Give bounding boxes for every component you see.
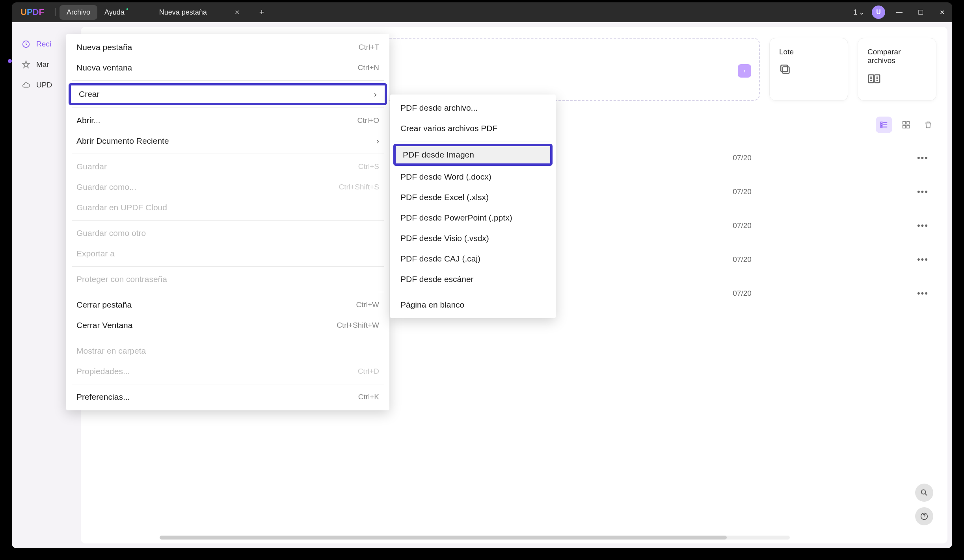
menu-shortcut: Ctrl+K [358,393,379,401]
more-icon[interactable]: ••• [917,221,929,231]
menu-item-label: Exportar a [76,249,115,258]
submenu-item[interactable]: PDF desde Word (.docx) [390,167,556,187]
card-lote[interactable]: Lote [769,38,848,101]
submenu-item[interactable]: Página en blanco [390,295,556,315]
more-icon[interactable]: ••• [917,187,929,197]
sidebar-recent-label: Reci [36,40,51,48]
menu-item[interactable]: Crear› [69,83,387,105]
submenu-item[interactable]: Crear varios archivos PDF [390,118,556,139]
svg-rect-11 [907,126,909,128]
cloud-icon [21,80,31,90]
menu-item-label: Abrir Dcumento Reciente [76,136,169,146]
submenu-item-label: PDF desde PowerPoint (.pptx) [400,213,512,223]
menu-item[interactable]: Cerrar pestañaCtrl+W [66,295,389,315]
menu-separator [396,292,550,292]
menu-item[interactable]: Abrir...Ctrl+O [66,110,389,131]
menu-item-label: Guardar como otro [76,228,146,238]
submenu-item-label: PDF desde Word (.docx) [400,172,491,182]
svg-rect-5 [881,122,882,124]
menu-ayuda[interactable]: Ayuda● [97,5,132,20]
menu-item-label: Guardar [76,162,107,171]
submenu-item[interactable]: PDF desde Visio (.vsdx) [390,228,556,248]
more-icon[interactable]: ••• [917,153,929,163]
submenu-item-label: PDF desde Imagen [403,150,474,159]
svg-rect-8 [903,122,905,124]
file-dropdown-menu: Nueva pestañaCtrl+TNueva ventanaCtrl+NCr… [66,34,389,410]
menu-item[interactable]: Preferencias...Ctrl+K [66,387,389,407]
menu-archivo[interactable]: Archivo [60,5,97,20]
file-date: 07/20 [733,221,752,230]
expand-arrow-icon[interactable]: › [738,64,751,78]
menu-item[interactable]: Nueva pestañaCtrl+T [66,37,389,57]
list-view-button[interactable] [876,117,892,133]
minimize-button[interactable]: — [892,5,906,19]
card-comparar[interactable]: Comparar archivos [858,38,936,101]
svg-rect-9 [907,122,909,124]
menu-shortcut: Ctrl+S [358,162,379,171]
grid-view-button[interactable] [898,117,914,133]
menu-shortcut: Ctrl+Shift+S [339,183,379,191]
svg-point-12 [921,490,926,494]
star-icon [21,60,31,69]
svg-rect-7 [881,126,882,128]
search-fab[interactable] [915,484,933,502]
horizontal-scrollbar[interactable] [160,536,790,540]
menu-item-label: Propiedades... [76,367,130,376]
menu-separator [396,141,550,141]
menu-item[interactable]: Nueva ventanaCtrl+N [66,57,389,78]
submenu-item[interactable]: PDF desde archivo... [390,98,556,118]
close-window-button[interactable]: ✕ [935,5,949,19]
close-tab-icon[interactable]: ✕ [234,9,240,16]
help-fab[interactable] [915,507,933,525]
sidebar-marked-label: Mar [36,60,49,69]
submenu-item-label: Crear varios archivos PDF [400,124,497,133]
menu-shortcut: Ctrl+D [358,367,379,376]
clock-icon [21,39,31,49]
menu-item-label: Guardar como... [76,182,136,192]
submenu-item-label: Página en blanco [400,300,464,310]
menu-item-label: Mostrar en carpeta [76,346,146,356]
submenu-item-label: PDF desde escáner [400,274,474,284]
menu-item-label: Nueva ventana [76,63,132,72]
submenu-item-label: PDF desde Excel (.xlsx) [400,193,489,202]
submenu-item[interactable]: PDF desde escáner [390,269,556,289]
more-icon[interactable]: ••• [917,288,929,299]
menu-shortcut: Ctrl+N [358,63,379,72]
maximize-button[interactable]: ☐ [914,5,928,19]
tab-nueva-pestana[interactable]: Nueva pestaña ✕ [151,2,248,22]
svg-rect-6 [881,124,882,126]
file-date: 07/20 [733,154,752,162]
sidebar-cloud-label: UPD [36,81,52,89]
menu-item-label: Cerrar Ventana [76,321,132,330]
menu-shortcut: Ctrl+O [357,116,379,125]
more-icon[interactable]: ••• [917,254,929,265]
submenu-item[interactable]: PDF desde Excel (.xlsx) [390,187,556,208]
menu-item-label: Abrir... [76,116,100,125]
submenu-item[interactable]: PDF desde CAJ (.caj) [390,248,556,269]
menu-item[interactable]: Cerrar VentanaCtrl+Shift+W [66,315,389,336]
menu-item-label: Preferencias... [76,392,130,402]
menu-shortcut: Ctrl+W [356,300,379,309]
submenu-item[interactable]: PDF desde Imagen [393,144,553,166]
user-avatar[interactable]: U [872,6,885,19]
menu-item: Guardar como otro [66,223,389,243]
file-date: 07/20 [733,289,752,298]
notif-count-value: 1 [853,8,857,17]
menu-shortcut: Ctrl+T [359,43,379,52]
add-tab-button[interactable]: + [259,7,264,17]
notification-count[interactable]: 1⌄ [853,8,865,17]
card-comparar-title: Comparar archivos [867,48,927,65]
menu-item[interactable]: Abrir Dcumento Reciente› [66,131,389,151]
card-lote-title: Lote [779,48,838,56]
submenu-item[interactable]: PDF desde PowerPoint (.pptx) [390,208,556,228]
app-logo: UPDF [20,7,44,17]
titlebar: UPDF Archivo Ayuda● Nueva pestaña ✕ + 1⌄… [12,2,952,22]
batch-icon [779,63,838,80]
menu-shortcut: Ctrl+Shift+W [337,321,379,330]
file-date: 07/20 [733,187,752,196]
submenu-item-label: PDF desde CAJ (.caj) [400,254,480,263]
delete-button[interactable] [920,117,936,133]
chevron-down-icon: ⌄ [859,8,865,17]
chevron-right-icon: › [374,89,377,99]
menu-item-label: Guardar en UPDF Cloud [76,203,167,212]
